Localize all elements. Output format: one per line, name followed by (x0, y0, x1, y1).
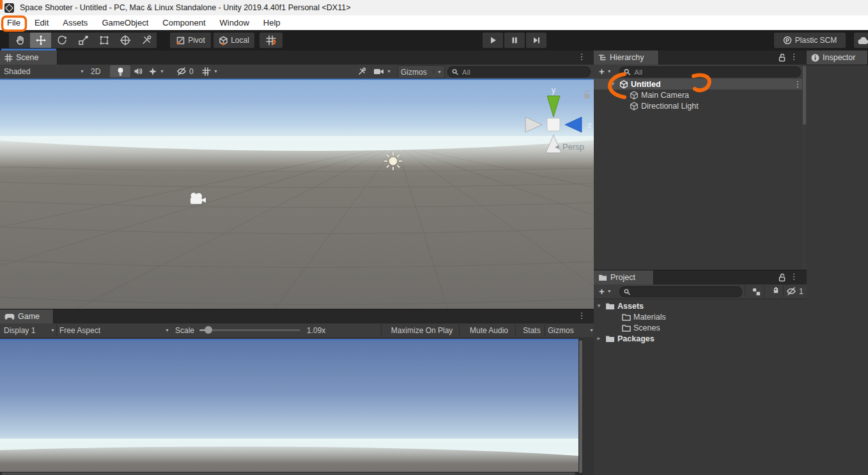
plastic-scm-button[interactable]: Plastic SCM (774, 33, 846, 48)
hand-tool-button[interactable] (9, 33, 30, 48)
scene-effects-dropdown[interactable]: ▼ (146, 65, 175, 77)
cloud-services-button[interactable] (854, 33, 868, 48)
project-lock-icon[interactable] (778, 273, 786, 282)
stats-toggle[interactable]: Stats (515, 324, 548, 336)
menu-file[interactable]: File (0, 15, 27, 30)
menu-window[interactable]: Window (213, 15, 256, 30)
step-button[interactable] (526, 33, 546, 48)
custom-tool-button[interactable] (136, 33, 157, 48)
project-folder-scenes[interactable]: Scenes (594, 322, 807, 333)
scene-visibility-toggle[interactable]: 0 (174, 65, 202, 77)
eye-hidden-icon (176, 67, 187, 75)
project-menu-kebab[interactable]: ⋮ (789, 272, 798, 281)
rotate-tool-button[interactable] (51, 33, 72, 48)
menu-component[interactable]: Component (155, 15, 212, 30)
scale-tool-button[interactable] (72, 33, 93, 48)
rect-tool-button[interactable] (93, 33, 114, 48)
folder-closed-icon (605, 334, 615, 343)
scene-tabstrip: Scene ⋮ (0, 51, 594, 65)
scene-search-input[interactable] (461, 68, 586, 77)
foldout-open-icon[interactable]: ▼ (595, 303, 603, 309)
toggle-2d-button[interactable]: 2D (88, 65, 103, 77)
axis-y-cone (547, 96, 560, 117)
inspector-tabstrip: Inspector (807, 51, 868, 65)
tab-game[interactable]: Game (0, 309, 54, 323)
hierarchy-search-input[interactable] (633, 68, 796, 77)
scene-search-field[interactable] (447, 66, 591, 77)
maximize-on-play-toggle[interactable]: Maximize On Play (381, 324, 462, 336)
hierarchy-menu-kebab[interactable]: ⋮ (789, 52, 798, 61)
move-tool-button[interactable] (30, 33, 51, 48)
menu-help[interactable]: Help (256, 15, 288, 30)
rotate-icon (56, 35, 68, 46)
tab-project[interactable]: Project (594, 270, 654, 284)
hierarchy-scrollbar[interactable] (802, 65, 807, 270)
scene-camera-dropdown[interactable]: ▼ (371, 65, 399, 77)
menu-gameobject[interactable]: GameObject (95, 15, 155, 30)
hierarchy-item-scene[interactable]: ▼ Untitled ⋮ (594, 79, 807, 90)
project-tab-icon (598, 274, 607, 281)
play-button[interactable] (483, 33, 503, 48)
project-create-dropdown[interactable]: + ▼ (596, 285, 621, 297)
game-hscrollbar[interactable] (0, 472, 578, 475)
scene-menu-kebab[interactable]: ⋮ (577, 52, 586, 61)
perspective-toggle[interactable]: ◄ Persp (523, 142, 584, 152)
cloud-icon (858, 36, 868, 45)
mute-audio-toggle[interactable]: Mute Audio (459, 324, 518, 336)
hierarchy-item-directional-light[interactable]: Directional Light (594, 100, 807, 111)
scene-viewport[interactable]: y z ◄ Persp (0, 79, 594, 309)
axis-y-label: y (552, 85, 556, 95)
display-dropdown[interactable]: Display 1▼ (1, 324, 58, 336)
hierarchy-item-main-camera[interactable]: Main Camera (594, 90, 807, 100)
game-menu-kebab[interactable]: ⋮ (577, 311, 586, 320)
main-toolbar: Pivot Local Plastic SCM (0, 30, 868, 51)
camera-gizmo[interactable] (188, 191, 208, 206)
view-tool-settings-button[interactable] (352, 65, 372, 77)
project-search-field[interactable] (619, 286, 742, 297)
scene-grid-dropdown[interactable]: ▼ (199, 65, 230, 77)
foldout-open-icon[interactable]: ▼ (609, 81, 617, 87)
game-vscrollbar[interactable] (578, 339, 583, 475)
gizmo-lock-icon (584, 91, 590, 98)
hierarchy-lock-icon[interactable] (778, 53, 786, 62)
shading-mode-dropdown[interactable]: Shaded ▼ (1, 65, 88, 77)
hierarchy-tab-icon (598, 54, 607, 61)
game-gizmos-dropdown[interactable]: Gizmos▼ (545, 324, 596, 336)
hierarchy-create-dropdown[interactable]: + ▼ (596, 65, 621, 77)
rect-tool-icon (98, 35, 110, 46)
window-title: Space Shooter - Untitled - PC, Mac & Lin… (20, 3, 350, 12)
menu-assets[interactable]: Assets (56, 15, 95, 30)
speaker-icon (134, 67, 143, 75)
game-view-gutter (583, 339, 594, 475)
project-folder-assets[interactable]: ▼ Assets (594, 300, 807, 311)
grid-snap-button[interactable] (260, 33, 283, 48)
project-folder-materials[interactable]: Materials (594, 311, 807, 322)
scale-value: 1.09x (304, 324, 328, 336)
move-icon (35, 35, 47, 46)
tab-scene[interactable]: Scene (0, 51, 58, 65)
scene-gizmos-dropdown[interactable]: Gizmos ▼ (398, 65, 445, 79)
scale-slider-handle[interactable] (205, 326, 212, 334)
project-search-input[interactable] (633, 288, 738, 297)
tab-inspector[interactable]: Inspector (807, 51, 868, 65)
wrench-icon (141, 35, 152, 46)
transform-tool-button[interactable] (114, 33, 136, 48)
foldout-closed-icon[interactable]: ► (595, 336, 603, 341)
game-viewport[interactable] (0, 339, 594, 475)
scene-row-kebab[interactable]: ⋮ (794, 79, 802, 89)
directional-light-gizmo[interactable] (382, 150, 405, 173)
hierarchy-search-field[interactable] (619, 66, 801, 77)
pause-button[interactable] (504, 33, 525, 48)
local-toggle-button[interactable]: Local (213, 33, 254, 48)
camera-icon (373, 68, 384, 75)
tab-hierarchy[interactable]: Hierarchy (594, 51, 659, 65)
menu-edit[interactable]: Edit (27, 15, 56, 30)
inspector-panel: Inspector (807, 51, 868, 475)
aspect-dropdown[interactable]: Free Aspect▼ (56, 324, 172, 336)
hierarchy-panel: Hierarchy ⋮ + ▼ ▼ Untitled ⋮ (594, 51, 807, 270)
project-folder-packages[interactable]: ► Packages (594, 333, 807, 344)
grid-axis-icon (202, 67, 211, 76)
pivot-toggle-button[interactable]: Pivot (170, 33, 211, 48)
game-tab-icon (4, 313, 15, 320)
scale-slider[interactable] (199, 329, 300, 331)
